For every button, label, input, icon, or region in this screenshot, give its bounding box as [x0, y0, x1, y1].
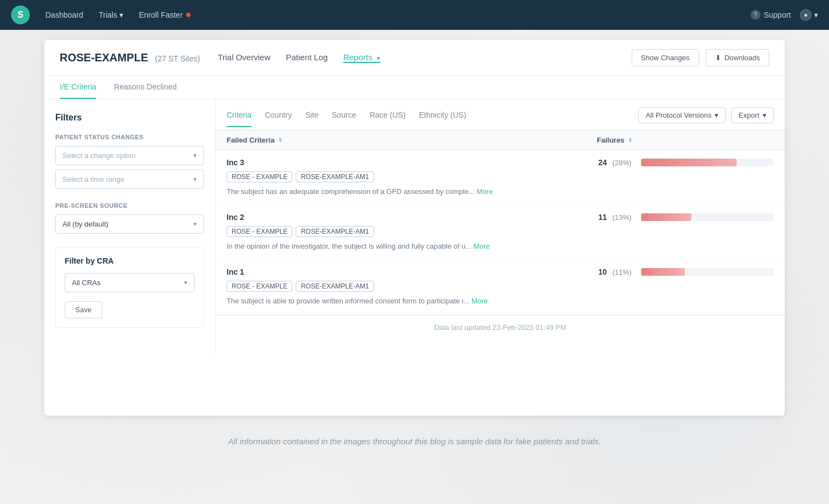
- bar-fill: [641, 159, 737, 166]
- stat-percent: (11%): [612, 268, 636, 276]
- top-navigation: S Dashboard Trials ▾ Enroll Faster ? Sup…: [0, 0, 829, 30]
- cra-select[interactable]: All CRAs ▾: [65, 273, 195, 292]
- stat-count: 24: [597, 158, 607, 167]
- pre-screen-source-select[interactable]: All (by default) ▾: [55, 214, 204, 234]
- user-menu-button[interactable]: ● ▾: [800, 9, 818, 21]
- tab-ethnicity-us[interactable]: Ethnicity (US): [419, 111, 466, 127]
- tab-race-us[interactable]: Race (US): [370, 111, 406, 127]
- pre-screen-chevron-icon: ▾: [193, 221, 197, 228]
- bar-container: [641, 268, 774, 276]
- more-link[interactable]: More: [474, 242, 490, 250]
- topnav-left: S Dashboard Trials ▾ Enroll Faster: [11, 6, 191, 24]
- bar-container: [641, 213, 774, 221]
- time-range-chevron-icon: ▾: [193, 176, 197, 183]
- export-dropdown[interactable]: Export ▾: [731, 107, 774, 123]
- subheader-right: Show Changes ⬇ Downloads: [632, 49, 770, 66]
- failures-sort-icon[interactable]: ⇕: [628, 137, 632, 143]
- page-nav-links: Trial Overview Patient Log Reports ▾: [218, 53, 380, 63]
- tag-item: ROSE - EXAMPLE: [227, 281, 292, 292]
- protocol-version-dropdown[interactable]: All Protocol Versions ▾: [638, 107, 726, 123]
- criteria-tabs-list: Criteria Country Site Source Race (US) E…: [227, 111, 466, 127]
- row-content: Inc 3 ROSE - EXAMPLE ROSE-EXAMPLE-AM1 Th…: [227, 158, 774, 197]
- subheader: ROSE-EXAMPLE (27 ST Sites) Trial Overvie…: [44, 40, 785, 76]
- row-content: Inc 1 ROSE - EXAMPLE ROSE-EXAMPLE-AM1 Th…: [227, 267, 774, 306]
- disclaimer-text: All information contained in the images …: [0, 426, 829, 457]
- time-range-select[interactable]: Select a time range ▾: [55, 170, 204, 189]
- row-stats: 10 (11%): [597, 267, 774, 276]
- main-panel: Criteria Country Site Source Race (US) E…: [216, 99, 785, 354]
- nav-trial-overview[interactable]: Trial Overview: [218, 53, 270, 63]
- row-tags: ROSE - EXAMPLE ROSE-EXAMPLE-AM1: [227, 171, 590, 182]
- user-chevron-icon: ▾: [814, 11, 818, 19]
- logo[interactable]: S: [11, 6, 30, 24]
- table-row: Inc 2 ROSE - EXAMPLE ROSE-EXAMPLE-AM1 In…: [216, 205, 785, 260]
- tag-item: ROSE-EXAMPLE-AM1: [296, 281, 374, 292]
- subheader-left: ROSE-EXAMPLE (27 ST Sites) Trial Overvie…: [60, 51, 380, 64]
- row-left: Inc 3 ROSE - EXAMPLE ROSE-EXAMPLE-AM1 Th…: [227, 158, 590, 197]
- trials-chevron-icon: ▾: [119, 11, 123, 19]
- reports-chevron-icon: ▾: [377, 55, 380, 61]
- row-description: The subject is able to provide written i…: [227, 296, 590, 306]
- support-button[interactable]: ? Support: [751, 10, 791, 20]
- row-tags: ROSE - EXAMPLE ROSE-EXAMPLE-AM1: [227, 226, 590, 237]
- stat-percent: (28%): [612, 159, 636, 167]
- tab-country[interactable]: Country: [265, 111, 292, 127]
- data-footer: Data last updated 23-Feb-2023 01:49 PM: [216, 315, 785, 339]
- tab-source[interactable]: Source: [332, 111, 356, 127]
- save-button[interactable]: Save: [65, 301, 102, 318]
- nav-enroll-faster[interactable]: Enroll Faster: [139, 11, 190, 19]
- tag-item: ROSE - EXAMPLE: [227, 171, 292, 182]
- criteria-sort-icon[interactable]: ⇕: [278, 137, 282, 143]
- table-row: Inc 1 ROSE - EXAMPLE ROSE-EXAMPLE-AM1 Th…: [216, 260, 785, 314]
- change-option-select[interactable]: Select a change option ▾: [55, 146, 204, 165]
- bar-fill: [641, 268, 685, 276]
- more-link[interactable]: More: [471, 297, 488, 305]
- criteria-tab-actions: All Protocol Versions ▾ Export ▾: [638, 107, 774, 130]
- row-title: Inc 3: [227, 158, 590, 167]
- trial-title-block: ROSE-EXAMPLE (27 ST Sites): [60, 51, 200, 64]
- user-icon: ●: [800, 9, 812, 21]
- trial-name: ROSE-EXAMPLE: [60, 51, 148, 64]
- col-header-failures: Failures ⇕: [597, 136, 774, 144]
- pre-screen-section: PRE-SCREEN SOURCE All (by default) ▾: [55, 202, 204, 234]
- nav-reports[interactable]: Reports ▾: [343, 53, 380, 63]
- stat-count: 11: [597, 213, 607, 222]
- bar-fill: [641, 213, 691, 221]
- criteria-tab-bar: Criteria Country Site Source Race (US) E…: [216, 99, 785, 130]
- more-link[interactable]: More: [476, 187, 493, 196]
- filter-by-cra-section: Filter by CRA All CRAs ▾ Save: [55, 247, 204, 328]
- pre-screen-label: PRE-SCREEN SOURCE: [55, 202, 204, 209]
- sidebar: Filters PATIENT STATUS CHANGES Select a …: [44, 99, 216, 354]
- change-option-chevron-icon: ▾: [193, 152, 197, 159]
- show-changes-button[interactable]: Show Changes: [632, 49, 699, 66]
- filter-by-cra-title: Filter by CRA: [65, 256, 195, 265]
- row-content: Inc 2 ROSE - EXAMPLE ROSE-EXAMPLE-AM1 In…: [227, 213, 774, 251]
- trial-sites: (27 ST Sites): [155, 54, 200, 63]
- nav-patient-log[interactable]: Patient Log: [286, 53, 328, 63]
- row-description: In the opinion of the investigator, the …: [227, 242, 590, 251]
- row-title: Inc 1: [227, 267, 590, 276]
- sidebar-title: Filters: [55, 113, 204, 123]
- topnav-right: ? Support ● ▾: [751, 9, 818, 21]
- tag-item: ROSE-EXAMPLE-AM1: [296, 171, 374, 182]
- nav-dashboard[interactable]: Dashboard: [45, 11, 83, 19]
- tab-ie-criteria[interactable]: I/E Criteria: [60, 76, 96, 99]
- tab-criteria[interactable]: Criteria: [227, 111, 251, 127]
- row-tags: ROSE - EXAMPLE ROSE-EXAMPLE-AM1: [227, 281, 590, 292]
- patient-status-label: PATIENT STATUS CHANGES: [55, 134, 204, 140]
- row-left: Inc 2 ROSE - EXAMPLE ROSE-EXAMPLE-AM1 In…: [227, 213, 590, 251]
- download-icon: ⬇: [715, 54, 721, 62]
- row-stats: 24 (28%): [597, 158, 774, 167]
- row-description: The subject has an adequate comprehensio…: [227, 187, 590, 197]
- main-container: ROSE-EXAMPLE (27 ST Sites) Trial Overvie…: [44, 40, 785, 416]
- nav-trials[interactable]: Trials ▾: [99, 11, 124, 19]
- tag-item: ROSE-EXAMPLE-AM1: [296, 226, 374, 237]
- downloads-button[interactable]: ⬇ Downloads: [706, 49, 769, 66]
- main-tab-row: I/E Criteria Reasons Declined: [44, 76, 785, 99]
- table-row: Inc 3 ROSE - EXAMPLE ROSE-EXAMPLE-AM1 Th…: [216, 150, 785, 205]
- cra-chevron-icon: ▾: [184, 279, 187, 286]
- content-area: Filters PATIENT STATUS CHANGES Select a …: [44, 99, 785, 354]
- patient-status-section: PATIENT STATUS CHANGES Select a change o…: [55, 134, 204, 189]
- tab-reasons-declined[interactable]: Reasons Declined: [114, 76, 177, 99]
- tab-site[interactable]: Site: [305, 111, 318, 127]
